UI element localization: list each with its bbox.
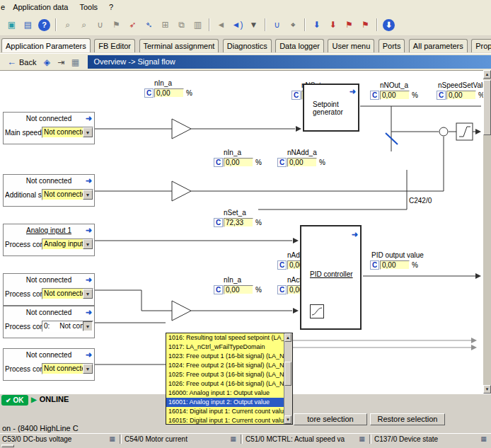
goto-arrow-icon[interactable]: ➜ [86,275,92,285]
code-button[interactable]: C [277,158,287,167]
chevron-down-icon[interactable]: ▼ [83,321,93,331]
dropdown-option-selected[interactable]: 16001: Analog input 2: Output value [166,398,284,407]
pid-controller-label[interactable]: PID controller [310,270,353,278]
code-button[interactable]: C [277,260,287,270]
channel-source-combo-open[interactable]: 0: Not con ▼ [42,321,93,332]
channel-source-combo[interactable]: Not connected ▼ [42,288,93,299]
goto-arrow-icon[interactable]: ➜ [86,114,92,123]
code-button[interactable]: C [214,285,223,294]
scrollbar-thumb[interactable] [284,362,291,386]
monitor-cell-device-state[interactable]: C137/0 Device state ▦ [372,434,490,444]
channel-source-combo[interactable]: Not connected ▼ [42,363,93,374]
tab-data-logger[interactable]: Data logger [275,39,324,52]
value-field[interactable]: 0,00 [287,158,317,167]
code-button[interactable]: C [437,91,446,100]
monitor-cell-icon[interactable]: ▦ [108,435,117,442]
value-field[interactable]: 0,00 [446,91,476,100]
scroll-up-icon[interactable]: ▲ [284,333,291,342]
code-button[interactable]: C [214,218,223,227]
flag-red2-icon[interactable]: ⚑ [358,18,373,33]
flag-icon[interactable]: ⚑ [109,18,124,33]
chevron-down-icon[interactable]: ▼ [246,18,261,33]
value-field[interactable]: 0,00 [224,158,253,167]
dropdown-option[interactable]: 1017: LA_nCtrl_wFailTypeDomain [166,343,284,352]
dropdown-option[interactable]: 16014: Digital input 1: Current count va… [166,407,284,416]
code-button[interactable]: C [214,158,223,167]
dropdown-option[interactable]: 1016: Resulting total speed setpoint (LA… [166,333,284,343]
grid-icon[interactable]: ▦ [69,56,81,69]
sound-icon[interactable]: ◄) [230,18,245,33]
tab-fb-editor[interactable]: FB Editor [94,39,135,52]
chevron-down-icon[interactable]: ▼ [83,190,93,200]
channel-source-combo[interactable]: Not connected ▼ [42,189,93,200]
scrollbar-thumb[interactable] [483,80,491,135]
scroll-down-icon[interactable]: ▼ [483,385,491,394]
channel-source-label[interactable]: Analog input 1 [26,226,71,234]
value-field[interactable]: 0,00 [224,285,253,294]
chevron-down-icon[interactable]: ▼ [83,127,93,137]
find-next-icon[interactable]: ⌕ [76,18,91,33]
chevron-down-icon[interactable]: ▼ [83,239,93,249]
monitor-cell-icon[interactable]: ▦ [479,435,488,442]
monitor-cell-motor-current[interactable]: C54/0 Motor current ▦ [122,434,240,444]
dropdown-option[interactable]: 1024: Free output 2 (16-bit signal) (LA_… [166,361,284,370]
back-button[interactable]: ← Back [4,55,40,69]
setpoint-generator-block[interactable]: Setpoint generator ➜ [303,84,359,132]
transfer-icon[interactable]: ⬇ [383,19,395,31]
window-cascade-icon[interactable]: ⧉ [174,18,189,33]
characteristic-curve-icon[interactable] [310,304,324,318]
nav-back-icon[interactable]: ◄ [214,18,229,33]
code-button[interactable]: C [370,260,379,270]
help-icon[interactable]: ? [38,19,50,31]
monitor-cell-actual-speed[interactable]: C51/0 MCTRL: Actual speed va ▦ [243,434,369,444]
code-button[interactable]: C [144,88,154,98]
menu-item-tools[interactable]: Tools [74,1,103,13]
monitor-cell-dc-bus-voltage[interactable]: C53/0 DC-bus voltage ▦ [0,434,119,444]
value-field[interactable]: 72,33 [224,218,253,227]
code-button[interactable]: C [291,91,301,100]
dropdown-scrollbar[interactable]: ▲ ▼ [284,333,292,424]
tab-user-menu[interactable]: User menu [328,39,374,52]
code-button[interactable]: C [370,91,379,100]
tab-application-parameters[interactable]: Application Parameters [1,38,91,52]
tab-all-parameters[interactable]: All parameters [409,39,468,52]
scroll-up-icon[interactable]: ▲ [483,70,491,79]
pid-controller-block[interactable]: PID controller ➜ [300,225,362,330]
menu-item-help[interactable]: ? [103,1,119,13]
dropdown-option[interactable]: 16015: Digital input 1: Current count va… [166,416,284,424]
dropdown-option[interactable]: 16000: Analog input 1: Output value [166,389,284,398]
restore-selection-button[interactable]: Restore selection [370,413,445,425]
download-red-icon[interactable]: ⬇ [325,18,340,33]
magnet-icon[interactable]: ∪ [93,18,108,33]
goto-arrow-icon[interactable]: ➜ [86,350,92,360]
save-icon[interactable]: ▤ [21,18,35,33]
channel-source-combo[interactable]: Not connected ▼ [42,127,93,138]
goto-arrow-icon[interactable]: ➜ [86,226,92,235]
menu-item-partial[interactable]: e [0,1,7,13]
value-field[interactable]: 0,00 [380,260,410,270]
chevron-down-icon[interactable]: ▼ [83,364,93,374]
window-list-icon[interactable]: ▥ [190,18,205,33]
download-blue-icon[interactable]: ⬇ [309,18,324,33]
channel-source-combo[interactable]: Analog input 1: O... ▼ [42,239,93,250]
tab-properties[interactable]: Properties [471,39,491,52]
diamond-icon[interactable]: ◈ [40,56,53,69]
goto-arrow-icon[interactable]: ➜ [86,308,92,317]
find-icon[interactable]: ⌕ [60,18,75,33]
monitor-cell-icon[interactable]: ▦ [357,435,366,442]
value-field[interactable]: 0,00 [154,88,184,98]
code-button[interactable]: C [277,285,287,294]
menu-item-application-data[interactable]: Application data [7,1,74,13]
window-new-icon[interactable]: ⊞ [158,18,173,33]
arrow-blue-icon[interactable]: ➴ [141,18,156,33]
goto-arrow-icon[interactable]: ➜ [86,176,92,185]
goto-window-icon[interactable]: ⇥ [54,56,67,69]
dropdown-option[interactable]: 1026: Free output 4 (16-bit signal) (LA_… [166,379,284,389]
dropdown-option[interactable]: 1023: Free output 1 (16-bit signal) (LA_… [166,352,284,361]
goto-arrow-icon[interactable]: ➜ [352,230,358,239]
app-window-icon[interactable]: ▣ [4,18,19,33]
magnet-blue-icon[interactable]: ∪ [270,18,284,33]
tab-ports[interactable]: Ports [379,39,405,52]
tab-diagnostics[interactable]: Diagnostics [223,39,272,52]
binoculars-icon[interactable]: ⌖ [286,18,301,33]
